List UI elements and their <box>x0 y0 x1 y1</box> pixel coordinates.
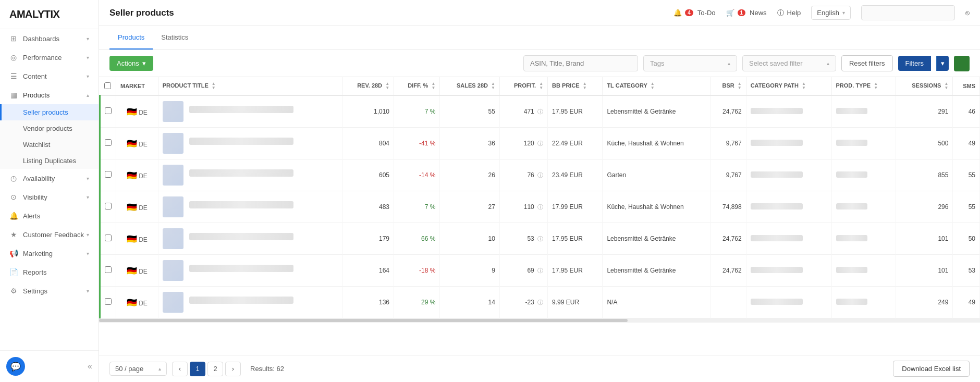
sidebar-item-listing-duplicates[interactable]: Listing Duplicates <box>0 153 99 169</box>
col-profit[interactable]: PROFIT. ▲▼ <box>499 77 547 95</box>
row-checkbox[interactable] <box>105 139 112 146</box>
col-tl-category[interactable]: TL CATEGORY ▲▼ <box>603 77 710 95</box>
row-checkbox-cell[interactable] <box>100 255 116 287</box>
tl-category-cell: Lebensmittel & Getränke <box>603 223 710 255</box>
sort-icon[interactable]: ▲▼ <box>874 82 878 90</box>
col-product-title[interactable]: PRODUCT TITLE ▲▼ <box>158 77 342 95</box>
sidebar-item-settings[interactable]: ⚙ Settings ▾ <box>0 281 99 300</box>
products-icon: ▦ <box>9 91 18 99</box>
rev-28d-cell: 605 <box>342 159 394 191</box>
row-checkbox-cell[interactable] <box>100 191 116 223</box>
row-checkbox[interactable] <box>105 235 112 241</box>
reset-filters-button[interactable]: Reset filters <box>841 55 893 71</box>
next-page-button[interactable]: › <box>225 362 241 376</box>
col-sales-28d[interactable]: SALES 28D ▲▼ <box>440 77 500 95</box>
sort-icon[interactable]: ▲▼ <box>651 82 655 90</box>
horizontal-scrollbar[interactable] <box>99 318 980 323</box>
row-checkbox[interactable] <box>105 203 112 210</box>
category-path-cell <box>746 128 831 159</box>
col-prod-type[interactable]: PROD. TYPE ▲▼ <box>831 77 896 95</box>
col-bsr[interactable]: BSR ▲▼ <box>710 77 746 95</box>
info-icon[interactable]: ⓘ <box>537 236 543 242</box>
sort-icon[interactable]: ▲▼ <box>802 82 806 90</box>
filters-chevron-button[interactable]: ▾ <box>936 56 949 71</box>
sidebar-item-reports[interactable]: 📄 Reports <box>0 263 99 281</box>
sidebar-item-availability[interactable]: ◷ Availability ▾ <box>0 169 99 188</box>
sidebar-item-content[interactable]: ☰ Content ▾ <box>0 67 99 85</box>
sms-cell: 55 <box>953 191 980 223</box>
saved-filter-select[interactable]: Select saved filter ▴ <box>742 55 836 71</box>
info-icon[interactable]: ⓘ <box>537 140 543 146</box>
info-icon[interactable]: ⓘ <box>537 172 543 178</box>
prev-page-button[interactable]: ‹ <box>172 362 188 376</box>
row-checkbox[interactable] <box>105 171 112 178</box>
info-icon[interactable]: ⓘ <box>537 204 543 210</box>
tags-select[interactable]: Tags ▴ <box>643 55 737 71</box>
tab-statistics[interactable]: Statistics <box>153 26 197 50</box>
alerts-icon: 🔔 <box>9 212 18 220</box>
col-rev-28d[interactable]: REV. 28D ▲▼ <box>342 77 394 95</box>
logout-button[interactable]: ⎋ <box>965 9 970 17</box>
product-title-blur <box>189 169 293 177</box>
news-button[interactable]: 🛒 1 News <box>726 9 767 17</box>
select-all-header[interactable] <box>100 77 116 95</box>
collapse-sidebar-button[interactable]: « <box>88 362 92 371</box>
row-checkbox-cell[interactable] <box>100 95 116 128</box>
filters-button[interactable]: Filters <box>898 56 931 71</box>
tab-products[interactable]: Products <box>109 26 153 50</box>
select-all-checkbox[interactable] <box>104 82 111 89</box>
sort-icon[interactable]: ▲▼ <box>491 82 495 90</box>
sidebar-item-dashboards[interactable]: ⊞ Dashboards ▾ <box>0 29 99 48</box>
row-checkbox-cell[interactable] <box>100 128 116 159</box>
sort-icon[interactable]: ▲▼ <box>539 82 543 90</box>
todo-button[interactable]: 🔔 4 To-Do <box>673 9 715 17</box>
download-excel-button[interactable]: Download Excel list <box>893 361 970 377</box>
sales-28d-cell: 14 <box>440 287 500 318</box>
prod-type-cell <box>831 128 896 159</box>
sidebar-item-customer-feedback[interactable]: ★ Customer Feedback ▾ <box>0 225 99 244</box>
row-checkbox[interactable] <box>105 266 112 273</box>
row-checkbox-cell[interactable] <box>100 159 116 191</box>
row-checkbox-cell[interactable] <box>100 223 116 255</box>
sort-icon[interactable]: ▲▼ <box>945 82 949 90</box>
row-checkbox[interactable] <box>105 107 112 114</box>
sidebar-item-products[interactable]: ▦ Products ▴ <box>0 85 99 104</box>
chevron-down-icon: ▴ <box>728 60 730 66</box>
language-selector[interactable]: English ▾ <box>811 6 851 20</box>
chat-button[interactable]: 💬 <box>6 357 25 376</box>
page-1-button[interactable]: 1 <box>190 362 205 376</box>
col-sms[interactable]: SMS <box>953 77 980 95</box>
sort-icon[interactable]: ▲▼ <box>385 82 389 90</box>
category-path-cell <box>746 191 831 223</box>
actions-button[interactable]: Actions ▾ <box>109 56 153 71</box>
sort-icon[interactable]: ▲▼ <box>212 82 216 90</box>
sidebar-item-performance[interactable]: ◎ Performance ▾ <box>0 48 99 67</box>
sidebar-item-marketing[interactable]: 📢 Marketing ▾ <box>0 244 99 263</box>
sidebar-item-alerts[interactable]: 🔔 Alerts <box>0 206 99 225</box>
sidebar-item-label: Customer Feedback <box>23 231 84 239</box>
page-size-select[interactable]: 50 / page ▴ <box>109 362 167 376</box>
search-input[interactable] <box>523 55 638 71</box>
info-icon[interactable]: ⓘ <box>537 267 543 274</box>
page-size-value: 50 / page <box>115 365 143 373</box>
sidebar-item-visibility[interactable]: ⊙ Visibility ▾ <box>0 188 99 206</box>
sidebar-item-vendor-products[interactable]: Vendor products <box>0 120 99 137</box>
col-sessions[interactable]: SESSIONS ▲▼ <box>896 77 953 95</box>
row-checkbox-cell[interactable] <box>100 287 116 318</box>
row-checkbox[interactable] <box>105 298 112 305</box>
info-icon[interactable]: ⓘ <box>537 299 543 305</box>
help-button[interactable]: ⓘ Help <box>777 8 801 18</box>
green-square-button[interactable] <box>954 56 970 71</box>
col-diff-pct[interactable]: DIFF. % ▲▼ <box>394 77 440 95</box>
info-icon[interactable]: ⓘ <box>537 108 543 115</box>
col-bb-price[interactable]: BB PRICE ▲▼ <box>548 77 603 95</box>
sidebar-item-watchlist[interactable]: Watchlist <box>0 137 99 153</box>
sidebar-item-seller-products[interactable]: Seller products <box>0 104 99 120</box>
sort-icon[interactable]: ▲▼ <box>738 82 742 90</box>
global-search-input[interactable] <box>861 5 955 20</box>
sort-icon[interactable]: ▲▼ <box>431 82 435 90</box>
col-category-path[interactable]: CATEGORY PATH ▲▼ <box>746 77 831 95</box>
page-2-button[interactable]: 2 <box>207 362 223 376</box>
category-path-blur <box>751 171 803 178</box>
sort-icon[interactable]: ▲▼ <box>583 82 587 90</box>
